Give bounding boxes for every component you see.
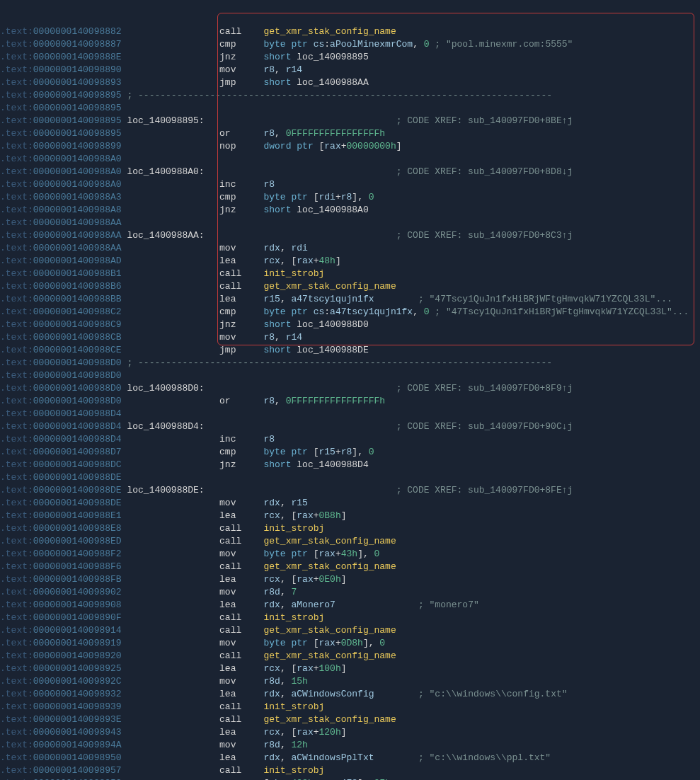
disasm-line[interactable]: .text:00000001400988D0 ; ---------------… <box>0 357 700 369</box>
disasm-line[interactable]: .text:0000000140098899 nop dword ptr [ra… <box>0 140 700 153</box>
token-punct: + <box>314 255 319 268</box>
disasm-line[interactable]: .text:0000000140098908 lea rdx, aMonero7… <box>0 599 700 612</box>
disasm-line[interactable]: .text:0000000140098893 jmp short loc_140… <box>0 76 700 89</box>
token-kw: byte ptr <box>263 446 313 459</box>
disasm-line[interactable]: .text:00000001400988A3 cmp byte ptr [rdi… <box>0 191 700 204</box>
disasm-line[interactable]: .text:0000000140098932 lea rdx, aCWindow… <box>0 688 700 701</box>
disasm-line[interactable]: .text:00000001400988BB lea r15, a47tscy1… <box>0 293 700 306</box>
token-kw: short <box>263 459 297 471</box>
disasm-line[interactable]: .text:000000014009888E jnz short loc_140… <box>0 51 700 64</box>
token-punct: ] <box>341 573 347 586</box>
disasm-line[interactable]: .text:000000014009895C mov [rbp+498h+var… <box>0 777 700 780</box>
disasm-line[interactable]: .text:00000001400988A8 jnz short loc_140… <box>0 204 700 217</box>
label-column <box>127 280 208 293</box>
address: 00000001400988CB <box>33 331 127 344</box>
disasm-line[interactable]: .text:00000001400988A0 inc r8 <box>0 178 700 191</box>
disasm-line[interactable]: .text:0000000140098920 call get_xmr_stak… <box>0 650 700 663</box>
disasm-line[interactable]: .text:0000000140098890 mov r8, r14 <box>0 64 700 76</box>
disasm-line[interactable]: .text:00000001400988D4 loc_1400988D4: ; … <box>0 420 700 433</box>
disasm-line[interactable]: .text:000000014009893E call get_xmr_stak… <box>0 713 700 726</box>
token-punct: , <box>280 688 292 701</box>
disasm-line[interactable]: .text:00000001400988F6 call get_xmr_stak… <box>0 561 700 573</box>
disasm-line[interactable]: .text:00000001400988FB lea rcx, [rax+0E0… <box>0 573 700 586</box>
disasm-line[interactable]: .text:0000000140098939 call init_strobj <box>0 701 700 713</box>
disasm-line[interactable]: .text:00000001400988A0 <box>0 153 700 166</box>
disasm-line[interactable]: .text:00000001400988D4 inc r8 <box>0 433 700 446</box>
disasm-line[interactable]: .text:0000000140098919 mov byte ptr [rax… <box>0 637 700 650</box>
disasm-line[interactable]: .text:00000001400988AA mov rdx, rdi <box>0 242 700 255</box>
disasm-line[interactable]: .text:00000001400988DE loc_1400988DE: ; … <box>0 484 700 497</box>
address: 000000014009893E <box>33 713 127 726</box>
disasm-line[interactable]: .text:00000001400988C9 jnz short loc_140… <box>0 319 700 331</box>
address: 00000001400988A3 <box>33 191 127 204</box>
token-reg: rax <box>297 255 313 268</box>
disasm-line[interactable]: .text:00000001400988B1 call init_strobj <box>0 268 700 280</box>
segment-prefix: .text: <box>0 713 33 726</box>
disasm-line[interactable]: .text:000000014009894A mov r8d, 12h <box>0 739 700 752</box>
disasm-line[interactable]: .text:0000000140098895 loc_140098895: ; … <box>0 115 700 127</box>
disasm-line[interactable]: .text:0000000140098882 call get_xmr_stak… <box>0 25 700 38</box>
label-column: loc_1400988D0: <box>127 382 208 395</box>
disasm-line[interactable]: .text:00000001400988E8 call init_strobj <box>0 522 700 535</box>
disasm-line[interactable]: .text:00000001400988DE <box>0 471 700 484</box>
disasm-line[interactable]: .text:00000001400988CB mov r8, r14 <box>0 331 700 344</box>
disasm-line[interactable]: .text:0000000140098943 lea rcx, [rax+120… <box>0 726 700 739</box>
token-op: lea <box>219 510 263 522</box>
disasm-line[interactable]: .text:00000001400988D0 loc_1400988D0: ; … <box>0 382 700 395</box>
disasm-line[interactable]: .text:0000000140098887 cmp byte ptr cs:a… <box>0 38 700 51</box>
address: 000000014009890F <box>33 612 127 624</box>
disasm-line[interactable]: .text:00000001400988DC jnz short loc_140… <box>0 459 700 471</box>
address: 00000001400988C9 <box>33 319 127 331</box>
disasm-line[interactable]: .text:000000014009890F call init_strobj <box>0 612 700 624</box>
disasm-line[interactable]: .text:00000001400988F2 mov byte ptr [rax… <box>0 548 700 561</box>
token-func: get_xmr_stak_config_name <box>263 535 396 548</box>
token-num: 0 <box>424 38 430 51</box>
segment-prefix: .text: <box>0 420 33 433</box>
token-kw: short <box>263 51 297 64</box>
label-column <box>127 586 208 599</box>
disasm-line[interactable]: .text:00000001400988E1 lea rcx, [rax+0B8… <box>0 510 700 522</box>
disasm-line[interactable]: .text:0000000140098902 mov r8d, 7 <box>0 586 700 599</box>
label-column <box>127 76 208 89</box>
address: 00000001400988A0 <box>33 153 127 166</box>
disasm-line[interactable]: .text:00000001400988AA <box>0 217 700 229</box>
disasm-line[interactable]: .text:00000001400988D0 or r8, 0FFFFFFFFF… <box>0 395 700 408</box>
address: 0000000140098902 <box>33 586 127 599</box>
disasm-line[interactable]: .text:0000000140098925 lea rcx, [rax+100… <box>0 663 700 675</box>
token-reg: r8 <box>341 191 352 204</box>
token-op: lea <box>219 726 263 739</box>
disasm-line[interactable]: .text:00000001400988D4 <box>0 408 700 420</box>
token-reg: rax <box>297 510 313 522</box>
segment-prefix: .text: <box>0 561 33 573</box>
disasm-line[interactable]: .text:00000001400988D7 cmp byte ptr [r15… <box>0 446 700 459</box>
disasm-line[interactable]: .text:00000001400988DE mov rdx, r15 <box>0 497 700 510</box>
disasm-line[interactable]: .text:0000000140098895 <box>0 102 700 115</box>
disasm-line[interactable]: .text:00000001400988ED call get_xmr_stak… <box>0 535 700 548</box>
token-reg: rdi <box>291 242 307 255</box>
disasm-line[interactable]: .text:00000001400988D0 <box>0 369 700 382</box>
token-num: 0Fh <box>374 777 391 780</box>
token-op: nop <box>219 140 263 153</box>
disasm-line[interactable]: .text:00000001400988B6 call get_xmr_stak… <box>0 280 700 293</box>
disasm-line[interactable]: .text:0000000140098914 call get_xmr_stak… <box>0 624 700 637</box>
address: 00000001400988DE <box>33 471 127 484</box>
disasm-line[interactable]: .text:0000000140098950 lea rdx, aCWindow… <box>0 752 700 764</box>
address: 0000000140098890 <box>33 64 127 76</box>
token-op: call <box>219 280 263 293</box>
token-func: init_strobj <box>263 522 324 535</box>
disasm-line[interactable]: .text:00000001400988C2 cmp byte ptr cs:a… <box>0 306 700 319</box>
token-num: 0 <box>374 548 380 561</box>
address: 00000001400988CE <box>33 344 127 357</box>
disasm-line[interactable]: .text:00000001400988AD lea rcx, [rax+48h… <box>0 255 700 268</box>
disasm-line[interactable]: .text:00000001400988AA loc_1400988AA: ; … <box>0 229 700 242</box>
disasm-line[interactable]: .text:0000000140098895 or r8, 0FFFFFFFFF… <box>0 127 700 140</box>
token-comment: ; "monero7" <box>335 599 479 612</box>
disasm-line[interactable]: .text:00000001400988A0 loc_1400988A0: ; … <box>0 166 700 178</box>
disasm-line[interactable]: .text:0000000140098895 ; ---------------… <box>0 89 700 102</box>
token-num: 100h <box>319 663 341 675</box>
segment-prefix: .text: <box>0 726 33 739</box>
token-punct: [ <box>319 140 324 153</box>
disasm-line[interactable]: .text:00000001400988CE jmp short loc_140… <box>0 344 700 357</box>
disasm-line[interactable]: .text:000000014009892C mov r8d, 15h <box>0 675 700 688</box>
disasm-line[interactable]: .text:0000000140098957 call init_strobj <box>0 764 700 777</box>
